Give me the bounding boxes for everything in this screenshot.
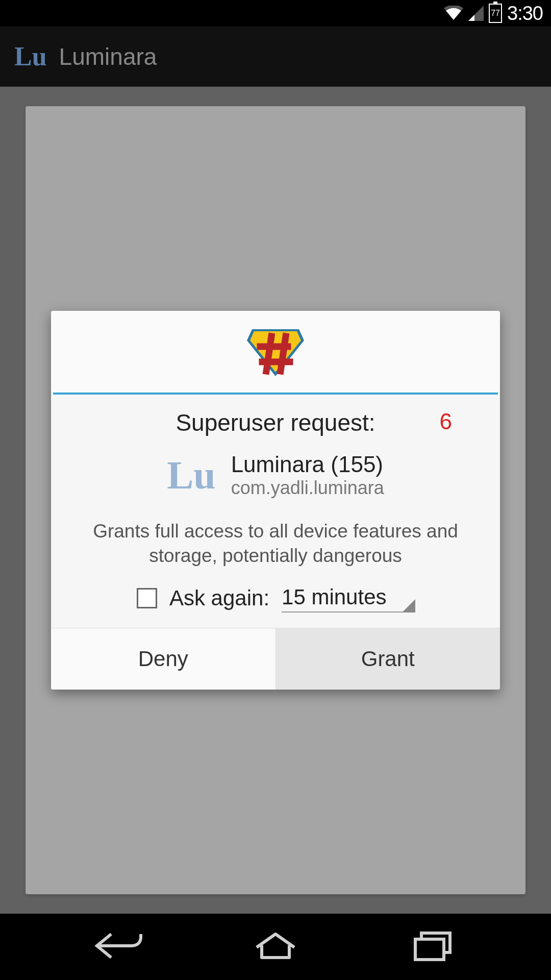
- grant-button[interactable]: Grant: [276, 628, 500, 690]
- recent-apps-button[interactable]: [404, 928, 460, 966]
- ask-again-row: Ask again: 15 minutes: [71, 585, 480, 618]
- requesting-app-name: Luminara (155): [231, 452, 384, 477]
- dialog-header: [51, 311, 500, 393]
- ask-again-spinner[interactable]: 15 minutes: [282, 585, 414, 611]
- wifi-icon: [444, 6, 463, 21]
- dialog-title: Superuser request:: [176, 409, 375, 436]
- requesting-app-icon: Lu: [167, 452, 215, 498]
- dialog-body: Superuser request: 6 Lu Luminara (155) c…: [51, 395, 500, 628]
- dialog-buttons: Deny Grant: [51, 628, 500, 690]
- battery-percent: 77: [491, 9, 500, 18]
- svg-rect-4: [415, 939, 444, 960]
- deny-button[interactable]: Deny: [51, 628, 276, 690]
- app-icon: Lu: [14, 41, 47, 71]
- countdown-number: 6: [440, 409, 452, 434]
- title-row: Superuser request: 6: [71, 409, 480, 452]
- chevron-down-icon: [402, 599, 415, 612]
- requesting-app-package: com.yadli.luminara: [231, 477, 384, 499]
- requesting-app-row: Lu Luminara (155) com.yadli.luminara: [71, 452, 480, 514]
- navigation-bar: [0, 914, 551, 980]
- status-bar: 77 3:30: [0, 0, 551, 27]
- battery-icon: 77: [489, 4, 502, 23]
- ask-again-label: Ask again:: [169, 586, 269, 610]
- app-title: Luminara: [59, 43, 157, 70]
- superuser-icon: [246, 327, 305, 378]
- ask-again-checkbox[interactable]: [137, 588, 157, 608]
- main-content: Superuser request: 6 Lu Luminara (155) c…: [0, 87, 551, 914]
- superuser-dialog: Superuser request: 6 Lu Luminara (155) c…: [51, 311, 500, 690]
- back-button[interactable]: [91, 928, 147, 966]
- clock-time: 3:30: [507, 3, 543, 24]
- action-bar: Lu Luminara: [0, 27, 551, 87]
- ask-again-value: 15 minutes: [282, 585, 386, 609]
- dialog-overlay: Superuser request: 6 Lu Luminara (155) c…: [0, 87, 551, 914]
- warning-text: Grants full access to all device feature…: [71, 514, 480, 585]
- cell-signal-icon: [468, 6, 484, 21]
- requesting-app-info: Luminara (155) com.yadli.luminara: [231, 452, 384, 499]
- home-button[interactable]: [247, 928, 304, 966]
